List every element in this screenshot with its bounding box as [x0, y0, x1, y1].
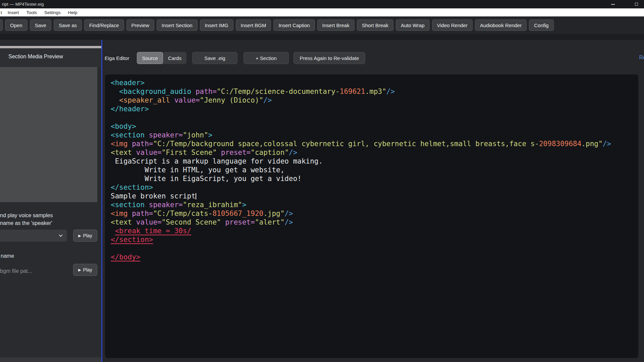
- code-line: </body>: [111, 253, 638, 261]
- code-line: <body>: [111, 122, 638, 131]
- code-line: [111, 244, 638, 253]
- chevron-down-icon: [59, 233, 62, 237]
- code-line: <speaker_all value="Jenny (Dioco)"/>: [111, 96, 638, 105]
- toolbar-button-insert-caption[interactable]: Insert Caption: [273, 19, 315, 31]
- add-section-button[interactable]: + Section: [244, 52, 289, 64]
- code-token: "C:/Temp/cats-: [153, 209, 212, 218]
- menu-item-tools[interactable]: Tools: [23, 8, 41, 16]
- toolbar-button-config[interactable]: Config: [529, 19, 553, 31]
- right-partial-button[interactable]: Re: [639, 55, 644, 61]
- code-line: [111, 113, 638, 122]
- code-token: <section: [111, 131, 149, 139]
- play-icon: ▶: [78, 268, 81, 272]
- text-cursor: [196, 193, 196, 199]
- toolbar-button-insert-bgm[interactable]: Insert BGM: [236, 19, 271, 31]
- editor-header: Eiga Editor Source Cards Save .eig + Sec…: [102, 52, 644, 64]
- restore-button[interactable]: [631, 1, 641, 8]
- menu-item-settings[interactable]: Settings: [41, 8, 64, 16]
- restore-icon: [635, 3, 638, 6]
- tab-cards[interactable]: Cards: [163, 52, 186, 64]
- code-token: "Second Scene": [162, 218, 225, 226]
- section-media-sidebar: Section Media Preview nd play voice samp…: [0, 40, 101, 362]
- code-line: <img path="C:/Temp/cats-8105667_1920.jpg…: [111, 209, 638, 218]
- voice-sample-dropdown[interactable]: [0, 230, 67, 242]
- toolbar-button-open[interactable]: Open: [5, 19, 28, 31]
- code-token: [111, 96, 119, 104]
- code-line: </header>: [111, 105, 638, 113]
- save-eig-button[interactable]: Save .eig: [192, 52, 237, 64]
- toolbar-button-insert-img[interactable]: Insert IMG: [200, 19, 233, 31]
- toolbar-button-audiobook-render[interactable]: Audiobook Render: [475, 19, 527, 31]
- code-token: </section>: [111, 183, 153, 191]
- code-token: value=: [174, 96, 200, 104]
- code-token: "First Scene": [162, 148, 221, 157]
- code-token: <body>: [111, 122, 136, 130]
- bgm-play-label: Play: [83, 267, 92, 273]
- code-token: />: [603, 140, 611, 148]
- menu-item-help[interactable]: Help: [64, 8, 81, 16]
- code-token: EigaScript is a markup language for vide…: [111, 157, 323, 165]
- toolbar-button-auto-wrap[interactable]: Auto Wrap: [396, 19, 430, 31]
- toolbar-button-partial[interactable]: [0, 19, 3, 31]
- toolbar-button-insert-break[interactable]: Insert Break: [317, 19, 355, 31]
- code-token: preset=: [225, 218, 255, 226]
- toolbar-button-preview[interactable]: Preview: [126, 19, 154, 31]
- media-preview-panel: [0, 67, 97, 202]
- main-area: Section Media Preview nd play voice samp…: [0, 40, 644, 362]
- code-token: />: [284, 218, 293, 226]
- code-editor[interactable]: <header> <background_audio path="C:/Temp…: [105, 74, 638, 358]
- toolbar-button-save[interactable]: Save: [30, 19, 51, 31]
- tab-source[interactable]: Source: [137, 52, 163, 64]
- code-token: </section>: [111, 236, 153, 244]
- toolbar-button-insert-section[interactable]: Insert Section: [157, 19, 198, 31]
- eiga-editor-panel: Eiga Editor Source Cards Save .eig + Sec…: [102, 40, 644, 362]
- code-token: Write in EigaScript, you get a video!: [111, 175, 302, 183]
- code-token: </body>: [111, 253, 141, 261]
- code-token: 8105667_1920: [212, 209, 263, 218]
- revalidate-button[interactable]: Press Again to Re-validate: [293, 52, 365, 64]
- code-line: <img path="C:/Temp/background space,colo…: [111, 139, 638, 148]
- code-token: "john": [183, 131, 208, 139]
- toolbar-button-video-render[interactable]: Video Render: [432, 19, 473, 31]
- menu-item-insert[interactable]: Insert: [4, 8, 23, 16]
- voice-play-button[interactable]: ▶ Play: [73, 230, 97, 242]
- code-token: <text: [111, 218, 136, 226]
- sidebar-splitter[interactable]: [0, 46, 101, 48]
- bgm-play-button[interactable]: ▶ Play: [73, 264, 97, 276]
- sidebar-header: Section Media Preview: [0, 48, 101, 67]
- code-line: <header>: [111, 78, 638, 87]
- toolbar-button-save-as[interactable]: Save as: [54, 19, 82, 31]
- code-token: "C:/Temp/science-documentary-: [217, 87, 340, 96]
- voice-play-label: Play: [83, 233, 92, 238]
- toolbar-button-short-break[interactable]: Short Break: [357, 19, 393, 31]
- bgm-path-input[interactable]: [0, 267, 55, 275]
- code-line: <text value="First Scene" preset="captio…: [111, 148, 638, 157]
- menu-bar: tInsertToolsSettingsHelp: [0, 8, 644, 16]
- minimize-button[interactable]: [608, 1, 618, 8]
- toolbar-button-find-replace[interactable]: Find/Replace: [84, 19, 124, 31]
- code-token: Sample broken script: [111, 192, 196, 200]
- code-line: <background_audio path="C:/Temp/science-…: [111, 87, 638, 96]
- code-token: path=: [132, 140, 153, 148]
- code-token: value=: [136, 218, 162, 226]
- code-token: >: [208, 131, 213, 139]
- code-token: <background_audio: [119, 87, 196, 96]
- sidebar-title: Section Media Preview: [8, 54, 63, 60]
- play-icon: ▶: [78, 234, 81, 238]
- window-controls: [608, 0, 641, 8]
- code-token: <header>: [111, 79, 145, 87]
- code-line: </section>: [111, 183, 638, 192]
- code-line: </section>: [111, 235, 638, 244]
- menu-item-t[interactable]: t: [0, 8, 4, 16]
- name-label: name: [1, 253, 14, 259]
- code-line: EigaScript is a markup language for vide…: [111, 157, 638, 166]
- code-token: [111, 87, 119, 96]
- sidebar-footer-strip: [0, 357, 101, 362]
- code-token: value=: [136, 148, 162, 157]
- code-token: 2098309684: [539, 140, 581, 148]
- toolbar-buttons: OpenSaveSave asFind/ReplacePreviewInsert…: [5, 19, 554, 31]
- code-token: preset=: [221, 148, 251, 157]
- code-token: />: [289, 148, 297, 157]
- code-token: >: [242, 201, 247, 209]
- title-bar: ript — MP4Tester.eig: [0, 0, 644, 8]
